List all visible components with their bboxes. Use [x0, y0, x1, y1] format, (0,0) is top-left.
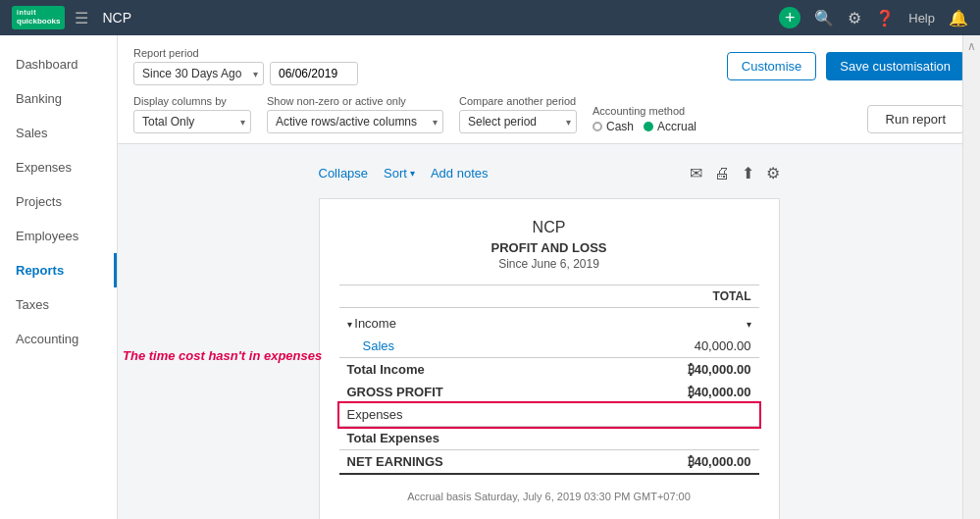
- date-input[interactable]: [270, 62, 358, 85]
- report-date: Since June 6, 2019: [339, 257, 759, 271]
- accrual-radio[interactable]: Accrual: [644, 120, 696, 133]
- total-income-label: Total Income: [339, 358, 586, 382]
- report-toolbar: Collapse Sort ▾ Add notes ✉ 🖨 ⬆ ⚙: [319, 164, 780, 182]
- collapse-link[interactable]: Collapse: [319, 166, 369, 181]
- gross-profit-row: GROSS PROFIT ₿40,000.00: [339, 381, 759, 403]
- display-columns-select[interactable]: Total Only: [133, 110, 251, 133]
- add-button[interactable]: +: [779, 7, 800, 28]
- sidebar-item-dashboard[interactable]: Dashboard: [0, 47, 117, 81]
- display-columns-group: Display columns by Total Only: [133, 95, 251, 133]
- total-expenses-label: Total Expenses: [339, 427, 586, 450]
- hamburger-icon[interactable]: ☰: [75, 9, 88, 27]
- total-income-value: ₿40,000.00: [585, 358, 758, 382]
- main-layout: Dashboard Banking Sales Expenses Project…: [0, 35, 980, 519]
- gear-icon[interactable]: ⚙: [848, 9, 861, 27]
- compare-period-label: Compare another period: [459, 95, 577, 107]
- expenses-row: Expenses: [339, 403, 759, 427]
- sales-label: Sales: [339, 335, 586, 358]
- report-body: Collapse Sort ▾ Add notes ✉ 🖨 ⬆ ⚙ T: [118, 144, 980, 519]
- controls-right: Customise Save customisation: [727, 52, 964, 80]
- sidebar-item-reports[interactable]: Reports: [0, 253, 117, 287]
- income-section-header: Income: [339, 308, 759, 336]
- report-period-label: Report period: [133, 47, 358, 59]
- top-nav-right: + 🔍 ⚙ ❓ Help 🔔: [779, 7, 968, 28]
- period-group: Report period Since 30 Days Ago: [133, 47, 358, 85]
- customize-button[interactable]: Customise: [727, 52, 816, 80]
- report-footer: Accrual basis Saturday, July 6, 2019 03:…: [339, 491, 759, 502]
- compare-period-select-wrapper: Select period: [459, 110, 577, 133]
- expenses-value: [585, 403, 758, 427]
- print-icon[interactable]: 🖨: [714, 165, 730, 182]
- report-container: NCP PROFIT AND LOSS Since June 6, 2019 T…: [319, 198, 780, 519]
- display-columns-select-wrapper: Total Only: [133, 110, 251, 133]
- total-income-row: Total Income ₿40,000.00: [339, 358, 759, 382]
- report-subtitle: PROFIT AND LOSS: [339, 240, 759, 255]
- annotation-text: The time cost hasn't in expenses: [123, 348, 322, 363]
- cash-label: Cash: [606, 120, 634, 133]
- logo-area: intuit quickbooks: [12, 6, 65, 29]
- toolbar-icons: ✉ 🖨 ⬆ ⚙: [690, 164, 780, 182]
- add-notes-link[interactable]: Add notes: [431, 166, 489, 181]
- controls-row2: Display columns by Total Only Show non-z…: [133, 95, 964, 133]
- income-header-value: [585, 308, 758, 336]
- net-earnings-value: ₿40,000.00: [585, 450, 758, 475]
- sort-link[interactable]: Sort: [384, 166, 407, 181]
- logo-line2: quickbooks: [17, 17, 60, 26]
- help-circle-icon[interactable]: ❓: [875, 9, 895, 27]
- cash-radio-dot: [593, 122, 602, 131]
- period-select-wrapper: Since 30 Days Ago: [133, 62, 264, 85]
- sidebar-item-banking[interactable]: Banking: [0, 81, 117, 116]
- sidebar-item-taxes[interactable]: Taxes: [0, 287, 117, 322]
- period-select[interactable]: Since 30 Days Ago: [133, 62, 264, 85]
- compare-period-select[interactable]: Select period: [459, 110, 577, 133]
- report-controls: Report period Since 30 Days Ago: [118, 35, 980, 144]
- accrual-label: Accrual: [657, 120, 696, 133]
- logo-line1: intuit: [17, 9, 60, 17]
- controls-left: Report period Since 30 Days Ago: [133, 47, 358, 85]
- sidebar-item-employees[interactable]: Employees: [0, 219, 117, 253]
- top-nav: intuit quickbooks ☰ NCP + 🔍 ⚙ ❓ Help 🔔: [0, 0, 980, 35]
- total-expenses-row: Total Expenses: [339, 427, 759, 450]
- logo-box: intuit quickbooks: [12, 6, 65, 29]
- cash-radio[interactable]: Cash: [593, 120, 634, 133]
- export-icon[interactable]: ⬆: [742, 164, 754, 182]
- net-earnings-label: NET EARNINGS: [339, 450, 586, 475]
- settings-icon[interactable]: ⚙: [766, 164, 780, 182]
- accounting-method-group: Accounting method Cash Accrual: [593, 105, 696, 133]
- show-nonzero-group: Show non-zero or active only Active rows…: [267, 95, 443, 133]
- gross-profit-value: ₿40,000.00: [585, 381, 758, 403]
- gross-profit-label: GROSS PROFIT: [339, 381, 586, 403]
- run-report-button[interactable]: Run report: [867, 105, 964, 133]
- expenses-label: Expenses: [339, 403, 586, 427]
- show-nonzero-select[interactable]: Active rows/active columns: [267, 110, 443, 133]
- scroll-up-icon[interactable]: ∧: [967, 39, 976, 53]
- sales-row[interactable]: Sales 40,000.00: [339, 335, 759, 358]
- col-header-label: [339, 285, 586, 308]
- search-icon[interactable]: 🔍: [814, 9, 834, 27]
- report-title: NCP: [339, 219, 759, 236]
- display-columns-label: Display columns by: [133, 95, 251, 107]
- save-customization-button[interactable]: Save customisation: [826, 52, 964, 80]
- controls-row1: Report period Since 30 Days Ago: [133, 47, 964, 85]
- sidebar-item-accounting[interactable]: Accounting: [0, 322, 117, 356]
- sidebar-item-sales[interactable]: Sales: [0, 116, 117, 150]
- sidebar-item-projects[interactable]: Projects: [0, 184, 117, 219]
- accounting-method-label: Accounting method: [593, 105, 696, 117]
- net-earnings-row: NET EARNINGS ₿40,000.00: [339, 450, 759, 475]
- sidebar-item-expenses[interactable]: Expenses: [0, 150, 117, 184]
- annotation-area: The time cost hasn't in expenses: [123, 348, 322, 363]
- col-header-total: TOTAL: [585, 285, 758, 308]
- accrual-radio-dot: [644, 122, 653, 131]
- bell-icon[interactable]: 🔔: [949, 9, 968, 27]
- nav-title: NCP: [102, 10, 131, 26]
- show-nonzero-select-wrapper: Active rows/active columns: [267, 110, 443, 133]
- total-expenses-value: [585, 427, 758, 450]
- income-header-label: Income: [339, 308, 586, 336]
- scroll-bar[interactable]: ∧: [962, 35, 980, 519]
- sort-chevron-icon: ▾: [410, 168, 415, 179]
- report-table: TOTAL Income Sales 40,000.00: [339, 285, 759, 475]
- help-label[interactable]: Help: [908, 11, 935, 26]
- show-nonzero-label: Show non-zero or active only: [267, 95, 443, 107]
- content-area: Report period Since 30 Days Ago: [118, 35, 980, 519]
- email-icon[interactable]: ✉: [690, 164, 702, 182]
